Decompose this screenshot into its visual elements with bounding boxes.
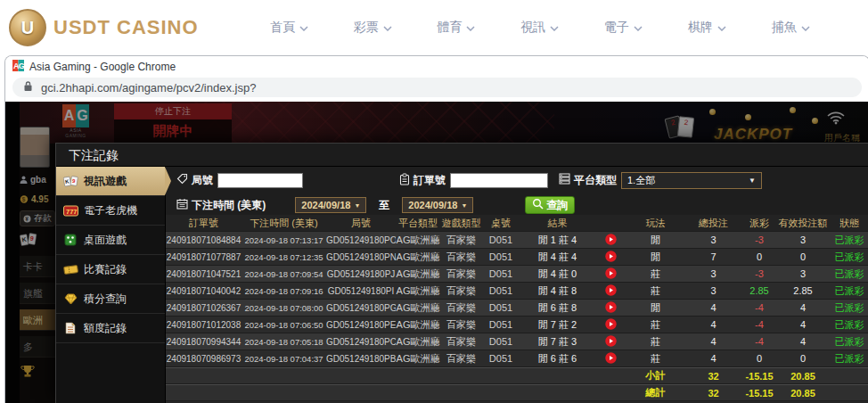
play-button[interactable] — [605, 352, 617, 364]
cell-time: 2024-09-18 07:08:00 — [242, 303, 326, 313]
cell-game: 百家樂 — [440, 284, 482, 298]
play-button[interactable] — [605, 318, 617, 330]
column-header: 遊戲類型 — [440, 217, 482, 230]
nav-item-0[interactable]: 首頁 — [270, 20, 308, 36]
cell-platform: AG歐洲廳 — [396, 335, 440, 349]
table-row[interactable]: 2409180709943442024-09-18 07:05:18GD0512… — [166, 333, 868, 350]
nav-item-2[interactable]: 體育 — [437, 20, 475, 36]
table-row[interactable]: 2409180710848842024-09-18 07:13:17GD0512… — [166, 232, 868, 249]
nav-item-3[interactable]: 視訊 — [520, 20, 559, 36]
cell-status: 已派彩 — [830, 251, 868, 264]
cell-total: 3 — [684, 234, 742, 245]
table-row[interactable]: 2409180710475212024-09-18 07:09:54GD0512… — [166, 266, 868, 283]
platform-label: 平台類型 — [574, 173, 617, 188]
round-label: 局號 — [192, 173, 213, 188]
play-button[interactable] — [605, 284, 617, 296]
cell-payout: 2.85 — [742, 285, 776, 296]
cell-status: 已派彩 — [830, 234, 868, 247]
cell-status: 已派彩 — [830, 301, 868, 315]
round-input[interactable] — [217, 173, 303, 188]
cell-total: 4 — [684, 302, 742, 313]
table-row[interactable]: 2409180710263672024-09-18 07:08:00GD0512… — [166, 300, 868, 317]
bet-records-modal: 下注記錄 K9視訊遊戲777電子老虎機桌面遊戲比賽記錄積分查詢額度記錄 ‹ 局號… — [55, 143, 868, 403]
chevron-down-icon — [550, 26, 559, 31]
cell-result: 閒 6 莊 8 — [520, 301, 595, 315]
cell-order: 240918071040042 — [166, 286, 242, 296]
nav-item-label: 體育 — [437, 20, 462, 36]
cell-total: 4 — [684, 336, 742, 347]
sidebar-item-label: 比賽記錄 — [84, 262, 127, 277]
sidebar-item-2[interactable]: 桌面遊戲 — [56, 226, 165, 255]
total-row: 總計32-15.1520.85 — [166, 384, 868, 401]
slot-icon: 777 — [62, 205, 78, 217]
sidebar-item-4[interactable]: 積分查詢 — [56, 284, 165, 314]
cell-status: 已派彩 — [830, 335, 868, 349]
dice-icon — [62, 234, 78, 246]
subtotal-payout: -15.15 — [742, 371, 776, 382]
cell-platform: AG歐洲廳 — [396, 301, 440, 315]
order-input[interactable] — [450, 173, 548, 188]
sidebar-item-label: 桌面遊戲 — [84, 233, 127, 248]
platform-select[interactable]: 1.全部▼ — [621, 172, 762, 189]
nav-item-4[interactable]: 電子 — [604, 20, 643, 36]
nav-item-6[interactable]: 捕魚 — [772, 20, 810, 36]
nav-item-5[interactable]: 棋牌 — [688, 20, 726, 36]
caret-down-icon: ▼ — [354, 202, 360, 209]
cell-round: GD051249180PI — [326, 286, 396, 296]
date-from-picker[interactable]: 2024/09/18▼ — [295, 197, 366, 213]
play-button[interactable] — [605, 301, 617, 313]
search-button[interactable]: 查詢 — [525, 196, 575, 214]
sidebar-item-3[interactable]: 比賽記錄 — [56, 255, 165, 284]
cell-payout: -4 — [742, 336, 776, 347]
sidebar-item-0[interactable]: K9視訊遊戲 — [56, 167, 165, 196]
subtotal-valid: 20.85 — [776, 371, 830, 382]
play-button[interactable] — [605, 335, 617, 347]
column-header: 下注時間 (美東) — [242, 217, 326, 230]
cell-valid: 2.85 — [776, 285, 830, 296]
cell-table_no: D051 — [482, 234, 520, 245]
column-header: 派彩 — [742, 217, 776, 230]
cell-bet: 莊 — [626, 267, 684, 281]
table-row[interactable]: 2409180709869732024-09-18 07:04:37GD0512… — [166, 350, 868, 367]
table-row[interactable]: 2409180710120382024-09-18 07:06:50GD0512… — [166, 317, 868, 333]
play-button[interactable] — [605, 234, 617, 245]
sidebar-item-1[interactable]: 777電子老虎機 — [56, 196, 165, 226]
usdt-logo[interactable]: U USDT CASINO — [9, 9, 199, 46]
nav-item-label: 棋牌 — [688, 20, 713, 36]
cell-game: 百家樂 — [440, 267, 482, 281]
cell-time: 2024-09-18 07:09:16 — [242, 286, 326, 296]
sidebar-item-label: 額度記錄 — [84, 321, 127, 336]
address-bar[interactable]: gci.2hhapi.com/agingame/pcv2/index.jsp? — [12, 78, 862, 97]
cell-time: 2024-09-18 07:06:50 — [242, 320, 326, 330]
date-to-picker[interactable]: 2024/09/18▼ — [402, 197, 473, 213]
svg-text:G: G — [19, 62, 24, 70]
cell-table_no: D051 — [482, 353, 520, 364]
column-header: 狀態 — [830, 217, 868, 230]
cell-game: 百家樂 — [440, 251, 482, 264]
caret-down-icon: ▼ — [749, 177, 756, 185]
cell-round: GD051249180PC — [326, 337, 396, 347]
cell-game: 百家樂 — [440, 318, 482, 332]
table-row[interactable]: 2409180710400422024-09-18 07:09:16GD0512… — [166, 283, 868, 300]
cell-time: 2024-09-18 07:13:17 — [242, 235, 326, 245]
cards-icon: K9 — [62, 175, 78, 188]
play-button[interactable] — [605, 251, 617, 262]
nav-item-label: 電子 — [604, 20, 629, 36]
platform-value: 1.全部 — [627, 174, 655, 187]
calendar-icon — [176, 198, 188, 212]
caret-down-icon: ▼ — [461, 202, 467, 209]
play-button[interactable] — [605, 267, 617, 279]
subtotal-label: 小計 — [626, 369, 684, 382]
cell-table_no: D051 — [482, 302, 520, 313]
cell-result: 閒 1 莊 4 — [520, 234, 595, 247]
cell-time: 2024-09-18 07:12:35 — [242, 252, 326, 262]
nav-item-label: 視訊 — [520, 20, 545, 36]
cell-valid: 0 — [776, 251, 830, 262]
chevron-down-icon — [383, 26, 392, 31]
chevron-down-icon — [299, 26, 308, 31]
table-row[interactable]: 2409180710778872024-09-18 07:12:35GD0512… — [166, 249, 868, 266]
sidebar-item-5[interactable]: 額度記錄 — [56, 314, 165, 343]
cell-order: 240918071047521 — [166, 269, 242, 279]
cell-order: 240918070986973 — [166, 354, 242, 364]
nav-item-1[interactable]: 彩票 — [354, 20, 392, 36]
